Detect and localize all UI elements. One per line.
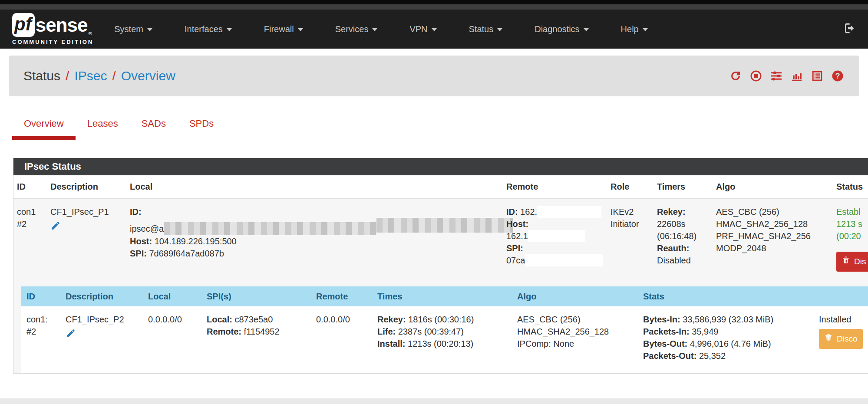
col-header-local: Local bbox=[130, 182, 506, 192]
sliders-icon[interactable] bbox=[769, 69, 783, 83]
ike-remote-cell: ID: 162. Host: 162.1 SPI: 07ca bbox=[506, 206, 611, 272]
child-table-header: ID Description Local SPI(s) Remote Times… bbox=[21, 286, 868, 306]
col-header-algo: Algo bbox=[517, 292, 643, 302]
stop-icon[interactable] bbox=[749, 69, 763, 83]
ike-algo-cell: AES_CBC (256) HMAC_SHA2_256_128 PRF_HMAC… bbox=[716, 206, 836, 272]
nav-item-vpn[interactable]: VPN bbox=[409, 24, 436, 34]
edit-p2-button[interactable] bbox=[66, 328, 142, 342]
nav-item-system[interactable]: System bbox=[114, 24, 152, 34]
pencil-icon bbox=[50, 223, 61, 233]
child-local-cell: 0.0.0.0/0 bbox=[148, 313, 207, 362]
redacted-white bbox=[537, 206, 601, 218]
col-header-stats: Stats bbox=[643, 292, 819, 302]
ike-role-cell: IKEv2 Initiator bbox=[611, 206, 657, 272]
breadcrumb-link-ipsec[interactable]: IPsec bbox=[74, 69, 107, 83]
nav-item-status[interactable]: Status bbox=[469, 24, 503, 34]
panel-title: IPsec Status bbox=[13, 158, 868, 175]
ike-timers-cell: Rekey: 22608s (06:16:48) Reauth: Disable… bbox=[657, 206, 716, 272]
child-stats-cell: Bytes-In: 33,586,939 (32.03 MiB) Packets… bbox=[643, 313, 819, 362]
trash-icon bbox=[842, 256, 850, 268]
page-action-icons: ? bbox=[729, 69, 845, 83]
pfsense-logo[interactable]: pf sense ® COMMUNITY EDITION bbox=[12, 13, 93, 45]
ipsec-tabs: Overview Leases SADs SPDs bbox=[12, 112, 859, 140]
pencil-icon bbox=[66, 331, 76, 340]
chevron-down-icon bbox=[584, 28, 589, 31]
ike-status-cell: Establ 1213 s (00:20 Dis bbox=[836, 206, 868, 272]
logo-edition-text: COMMUNITY EDITION bbox=[12, 39, 93, 45]
redacted-blur bbox=[376, 218, 513, 233]
refresh-icon[interactable] bbox=[729, 69, 743, 83]
breadcrumb-bar: Status / IPsec / Overview ? bbox=[9, 56, 859, 96]
chevron-down-icon bbox=[372, 28, 377, 31]
log-list-icon[interactable] bbox=[810, 69, 824, 83]
ike-table-header: ID Description Local Remote Role Timers … bbox=[13, 175, 868, 199]
child-table-row: con1: #2 CF1_IPsec_P2 0.0.0.0/0 Local: c… bbox=[21, 306, 868, 373]
col-header-role: Role bbox=[611, 182, 657, 192]
disconnect-p1-button[interactable]: Dis bbox=[836, 252, 868, 272]
child-id-cell: con1: #2 bbox=[26, 313, 66, 362]
page-bottom-strip bbox=[0, 398, 868, 404]
breadcrumb-link-overview[interactable]: Overview bbox=[121, 69, 175, 83]
col-header-algo: Algo bbox=[716, 182, 836, 192]
nav-item-firewall[interactable]: Firewall bbox=[264, 24, 303, 34]
col-header-local: Local bbox=[148, 292, 207, 302]
ipsec-status-panel: IPsec Status ID Description Local Remote… bbox=[13, 158, 868, 374]
col-header-id: ID bbox=[26, 292, 66, 302]
logout-button[interactable] bbox=[843, 22, 856, 36]
logo-sense-text: sense bbox=[36, 16, 88, 35]
tab-overview[interactable]: Overview bbox=[12, 112, 76, 140]
top-gray-strip bbox=[0, 4, 868, 10]
col-header-spis: SPI(s) bbox=[207, 292, 316, 302]
col-header-status: Status bbox=[836, 182, 868, 192]
nav-item-services[interactable]: Services bbox=[335, 24, 378, 34]
main-navbar: pf sense ® COMMUNITY EDITION System Inte… bbox=[0, 10, 868, 49]
redacted-white bbox=[528, 230, 585, 242]
logo-trademark: ® bbox=[88, 31, 92, 36]
child-status-cell: Installed Disco bbox=[819, 313, 868, 362]
nav-item-diagnostics[interactable]: Diagnostics bbox=[535, 24, 588, 34]
col-header-times: Times bbox=[377, 292, 517, 302]
sign-out-icon bbox=[843, 22, 856, 36]
svg-text:?: ? bbox=[835, 72, 840, 80]
help-icon[interactable]: ? bbox=[831, 69, 845, 83]
col-header-description: Description bbox=[66, 292, 148, 302]
breadcrumb-section: Status bbox=[23, 69, 60, 83]
logo-pf-box: pf bbox=[12, 13, 35, 37]
breadcrumb: Status / IPsec / Overview bbox=[23, 69, 175, 83]
breadcrumb-separator: / bbox=[112, 69, 116, 83]
child-algo-cell: AES_CBC (256) HMAC_SHA2_256_128 IPComp: … bbox=[517, 313, 643, 362]
nav-item-interfaces[interactable]: Interfaces bbox=[185, 24, 232, 34]
disconnect-p2-button[interactable]: Disco bbox=[819, 329, 863, 349]
col-header-remote: Remote bbox=[316, 292, 377, 302]
top-black-strip bbox=[0, 0, 868, 4]
child-sa-table: ID Description Local SPI(s) Remote Times… bbox=[13, 286, 868, 373]
redacted-white bbox=[525, 254, 603, 266]
ike-description-cell: CF1_IPsec_P1 bbox=[50, 206, 130, 272]
chevron-down-icon bbox=[643, 28, 648, 31]
chevron-down-icon bbox=[432, 28, 437, 31]
col-header-description: Description bbox=[50, 182, 130, 192]
child-description-cell: CF1_IPsec_P2 bbox=[66, 313, 148, 362]
ike-table-row: con1 #2 CF1_IPsec_P1 ID: ipsec@a Host: 1… bbox=[13, 199, 868, 286]
edit-p1-button[interactable] bbox=[50, 220, 124, 234]
col-header-id: ID bbox=[17, 182, 50, 192]
child-remote-cell: 0.0.0.0/0 bbox=[316, 313, 377, 362]
ike-local-cell: ID: ipsec@a Host: 104.189.226.195:500 SP… bbox=[130, 206, 506, 272]
tab-spds[interactable]: SPDs bbox=[178, 112, 225, 140]
trash-icon bbox=[824, 333, 833, 345]
ike-id-cell: con1 #2 bbox=[17, 206, 50, 272]
redacted-blur bbox=[164, 222, 376, 235]
bar-chart-icon[interactable] bbox=[790, 69, 804, 83]
col-header-remote: Remote bbox=[506, 182, 611, 192]
nav-item-help[interactable]: Help bbox=[621, 24, 648, 34]
chevron-down-icon bbox=[147, 28, 152, 31]
child-times-cell: Rekey: 1816s (00:30:16) Life: 2387s (00:… bbox=[377, 313, 517, 362]
chevron-down-icon bbox=[298, 28, 303, 31]
child-spis-cell: Local: c873e5a0 Remote: f1154952 bbox=[207, 313, 316, 362]
navbar-menu: System Interfaces Firewall Services VPN … bbox=[114, 24, 647, 34]
col-header-timers: Timers bbox=[657, 182, 716, 192]
chevron-down-icon bbox=[497, 28, 502, 31]
tab-leases[interactable]: Leases bbox=[76, 112, 130, 140]
chevron-down-icon bbox=[227, 28, 232, 31]
tab-sads[interactable]: SADs bbox=[130, 112, 178, 140]
